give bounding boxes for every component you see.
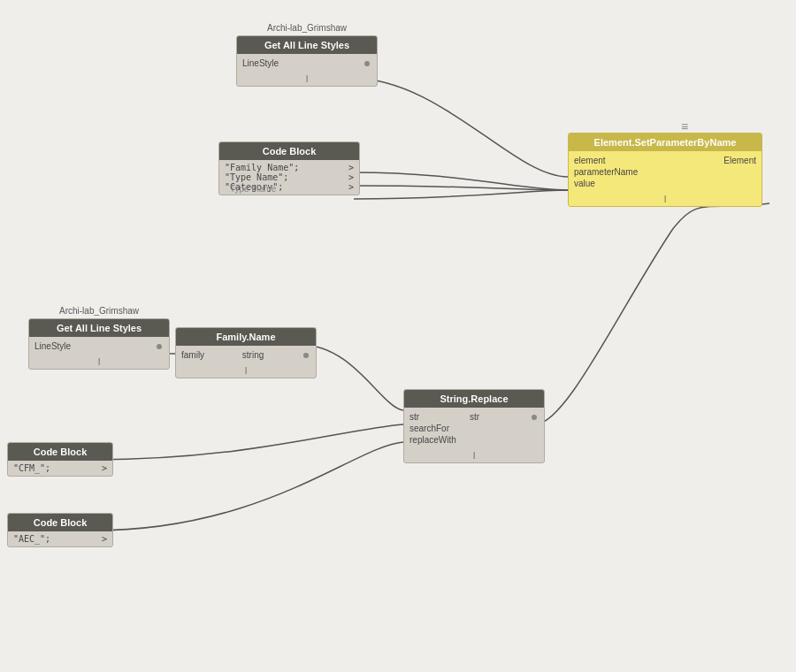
family-name-header: Family.Name <box>176 328 316 346</box>
get-all-line-styles-top-header: Get All Line Styles <box>237 36 377 54</box>
code-block-top-header: Code Block <box>219 142 359 160</box>
port-dot <box>364 61 370 66</box>
archi-lab-label-top: Archi-lab_Grimshaw <box>236 23 378 33</box>
element-set-param[interactable]: Element.SetParameterByName element Eleme… <box>568 133 762 207</box>
param-name-row: parameterName <box>574 166 756 178</box>
element-row: element Element <box>574 155 756 166</box>
archi-lab-label-bottom: Archi-lab_Grimshaw <box>28 306 170 316</box>
aec-line: "AEC_"; > <box>13 534 107 544</box>
family-row: family string <box>181 349 310 361</box>
get-all-line-styles-top[interactable]: Get All Line Styles LineStyle l <box>236 35 378 87</box>
string-replace-node[interactable]: String.Replace str str searchFor replace… <box>403 389 545 463</box>
linestyle-row-top: LineStyle <box>242 57 371 69</box>
code-block-top[interactable]: Code Block "Family Name"; > "Type Name";… <box>218 141 360 195</box>
searchfor-row: searchFor <box>409 423 539 434</box>
bottom-port-replace: l <box>404 449 544 462</box>
port-dot-bottom <box>157 344 162 349</box>
code-block-aec-header: Code Block <box>8 514 112 531</box>
code-line-3: "Category"; > <box>225 182 354 192</box>
family-name-node[interactable]: Family.Name family string l <box>175 327 317 378</box>
element-set-param-header: Element.SetParameterByName <box>569 134 762 151</box>
cfm-line: "CFM_"; > <box>13 463 107 473</box>
port-dot-str <box>532 415 537 420</box>
port-dot-family <box>303 353 309 358</box>
string-replace-header: String.Replace <box>404 390 544 408</box>
value-row: value <box>574 178 756 189</box>
bottom-port-family: l <box>176 364 316 378</box>
replacewith-row: replaceWith <box>409 434 539 446</box>
code-block-aec[interactable]: Code Block "AEC_"; > <box>7 513 113 547</box>
bottom-port-bottom: l <box>29 355 169 369</box>
linestyle-row-bottom: LineStyle <box>34 340 164 352</box>
str-row: str str <box>409 411 539 423</box>
code-block-cfm[interactable]: Code Block "CFM_"; > <box>7 442 113 477</box>
bottom-port-set-param: l <box>569 193 762 206</box>
code-block-cfm-header: Code Block <box>8 443 112 461</box>
code-line-2: "Type Name"; > <box>225 172 354 182</box>
note-icon: ≡ <box>681 119 688 134</box>
get-all-line-styles-bottom-header: Get All Line Styles <box>29 319 169 337</box>
bottom-port-top: l <box>237 73 377 86</box>
get-all-line-styles-bottom[interactable]: Get All Line Styles LineStyle l <box>28 318 170 370</box>
code-line-1: "Family Name"; > <box>225 163 354 172</box>
